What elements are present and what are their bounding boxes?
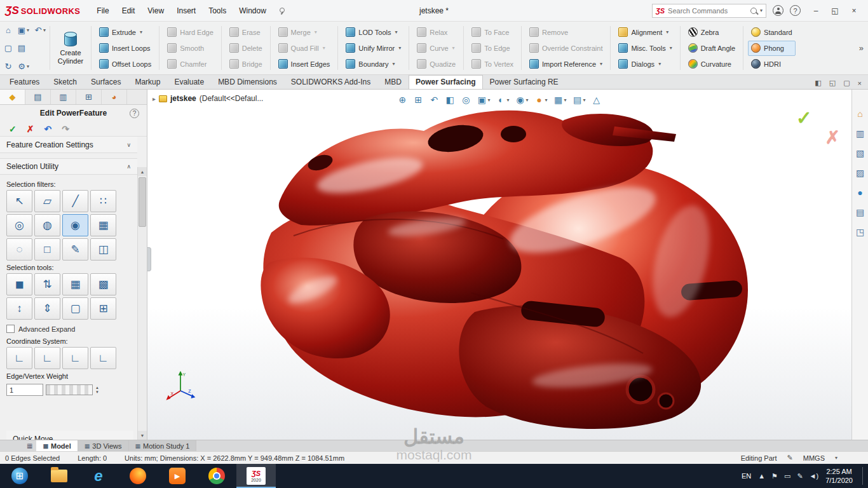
qa-rebuild-button[interactable]: ↻ — [3, 61, 14, 71]
filter-face-button[interactable]: ▱ — [34, 190, 60, 212]
ribbon-boundary-button[interactable]: Boundary▾ — [342, 57, 404, 72]
ribbon-hdri-button[interactable]: HDRI — [748, 57, 796, 72]
step-up-icon[interactable]: ▲ — [95, 386, 99, 390]
design-library-button[interactable]: ▥ — [855, 128, 865, 139]
qa-file-properties-button[interactable]: ▤ — [16, 43, 27, 53]
show-desktop-button[interactable] — [862, 467, 865, 485]
ribbon-erase-button[interactable]: Erase — [226, 25, 266, 40]
ribbon-to-edge-button[interactable]: To Edge — [468, 41, 517, 56]
select-matrix-button[interactable]: ⊞ — [90, 297, 116, 320]
ribbon-zebra-button[interactable]: Zebra — [685, 25, 738, 40]
tab-scroll-icons[interactable]: ▦ — [23, 440, 36, 451]
filter-all-button[interactable]: ▦ — [90, 214, 116, 236]
display-style-button[interactable]: ◐▾ — [494, 93, 511, 106]
restore-window-button[interactable]: ◱ — [829, 79, 836, 87]
help-icon[interactable]: ? — [790, 5, 801, 16]
scene-button[interactable]: ▦▾ — [552, 93, 569, 106]
float-window-button[interactable]: ◧ — [815, 79, 821, 87]
filter-solid-button[interactable]: ◉ — [62, 214, 88, 236]
view-orientation-button[interactable]: ▣▾ — [475, 93, 492, 106]
taskbar-internet-explorer[interactable]: e — [79, 464, 118, 488]
units-dropdown-icon[interactable]: ▾ — [835, 455, 837, 461]
ribbon-lod-tools-button[interactable]: LOD Tools▾ — [342, 25, 404, 40]
ribbon-extrude-button[interactable]: Extrude▾ — [96, 25, 154, 40]
ribbon-hard-edge-button[interactable]: Hard Edge — [164, 25, 217, 40]
ribbon-phong-button[interactable]: Phong — [748, 41, 796, 56]
select-marquee-button[interactable]: ▢ — [62, 297, 88, 320]
confirm-accept-button[interactable]: ✓ — [796, 109, 812, 128]
taskbar-clock[interactable]: 2:25 AM 7/1/2020 — [825, 467, 853, 485]
select-move-button[interactable]: ⇅ — [34, 273, 60, 295]
hide-show-button[interactable]: ◉▾ — [513, 93, 530, 106]
restore-button[interactable]: ◱ — [826, 3, 844, 18]
ribbon-chamfer-button[interactable]: Chamfer — [164, 57, 217, 72]
tab-3d-views[interactable]: ▦3D Views — [78, 440, 129, 451]
search-icon[interactable] — [750, 8, 757, 14]
step-down-icon[interactable]: ▼ — [95, 390, 99, 395]
graphics-area[interactable]: ▸ jetskee (Default<<Defaul... ⊕⊞↶◧◎▣▾◐▾◉… — [147, 90, 851, 440]
annotations-button[interactable]: ◎ — [459, 93, 473, 106]
filter-loop-button[interactable]: ◌ — [6, 238, 32, 261]
section-quick-move[interactable]: Quick Move — [6, 431, 133, 440]
custom-coordinate-button[interactable]: ∟ — [90, 347, 116, 369]
panel-tab-property-manager[interactable]: ▥ — [51, 90, 76, 104]
confirm-cancel-button[interactable]: ✗ — [825, 129, 840, 147]
units-status[interactable]: MMGS — [803, 454, 825, 462]
search-dropdown-icon[interactable]: ▾ — [760, 8, 763, 13]
select-arrow-button[interactable]: ↖ — [6, 190, 32, 212]
qa-save-button[interactable]: ▣▾ — [16, 25, 31, 35]
menu-view[interactable]: View — [141, 3, 170, 18]
filter-expand-button[interactable]: ◫ — [90, 238, 116, 261]
tab-markup[interactable]: Markup — [128, 75, 167, 89]
file-explorer-button[interactable]: ▧ — [855, 148, 865, 158]
panel-help-icon[interactable]: ? — [130, 109, 139, 118]
menu-file[interactable]: File — [90, 3, 115, 18]
taskbar-file-explorer[interactable] — [39, 464, 79, 488]
weight-input[interactable]: 1 — [6, 384, 43, 396]
tab-mbd-dimensions[interactable]: MBD Dimensions — [211, 75, 284, 89]
tab-features[interactable]: Features — [3, 75, 46, 89]
flag-icon[interactable]: ⚑ — [771, 472, 778, 480]
taskbar-start[interactable]: ⊞ — [0, 464, 39, 488]
qa-options-button[interactable]: ⚙▾ — [16, 61, 31, 71]
ribbon-override-constraint-button[interactable]: Override Constraint — [526, 41, 606, 56]
view-palette-button[interactable]: ▨ — [855, 168, 865, 178]
ribbon-delete-button[interactable]: Delete — [226, 41, 266, 56]
task-home-button[interactable]: ⌂ — [855, 109, 865, 119]
ribbon-curve-button[interactable]: Curve▾ — [414, 41, 459, 56]
ribbon-alignment-button[interactable]: Alignment▾ — [615, 25, 675, 40]
section-view-button[interactable]: ◧ — [443, 93, 457, 106]
qa-home-button[interactable]: ⌂ — [3, 25, 14, 35]
menu-tools[interactable]: Tools — [202, 3, 233, 18]
hidden-icons-icon[interactable]: ▲ — [758, 472, 765, 480]
tab-sketch[interactable]: Sketch — [46, 75, 84, 89]
qa-new-document-button[interactable]: ▢ — [3, 43, 14, 53]
menu-insert[interactable]: Insert — [170, 3, 202, 18]
taskbar-firefox[interactable] — [118, 464, 158, 488]
tab-mbd[interactable]: MBD — [377, 75, 409, 89]
ribbon-import-reference-button[interactable]: Import Reference▾ — [526, 57, 606, 72]
ribbon-overflow-icon[interactable]: » — [856, 43, 867, 53]
ribbon-insert-edges-button[interactable]: Insert Edges — [275, 57, 334, 72]
select-grid-button[interactable]: ▦ — [62, 273, 88, 295]
world-coordinate-button[interactable]: ∟ — [6, 347, 32, 369]
ribbon-to-vertex-button[interactable]: To Vertex — [468, 57, 517, 72]
ribbon-insert-loops-button[interactable]: Insert Loops — [96, 41, 154, 56]
ribbon-quad-fill-button[interactable]: Quad Fill▾ — [275, 41, 334, 56]
redo-button[interactable]: ↷ — [62, 124, 69, 134]
filter-surface-button[interactable]: ◍ — [34, 214, 60, 236]
weight-stepper[interactable]: ▲▼ — [95, 386, 99, 394]
filter-region-button[interactable]: □ — [34, 238, 60, 261]
part-coordinate-button[interactable]: ∟ — [34, 347, 60, 369]
ribbon-draft-angle-button[interactable]: Draft Angle — [685, 41, 738, 56]
section-selection-utility[interactable]: Selection Utility ∧ — [0, 158, 137, 175]
tab-surfaces[interactable]: Surfaces — [84, 75, 128, 89]
edit-appearance-button[interactable]: ●▾ — [532, 93, 550, 106]
filter-edge-button[interactable]: ╱ — [62, 190, 88, 212]
pen-icon[interactable]: ✎ — [797, 472, 803, 480]
tab-evaluate[interactable]: Evaluate — [167, 75, 211, 89]
part-name[interactable]: jetskee — [170, 94, 196, 103]
select-pattern-button[interactable]: ▩ — [90, 273, 116, 295]
language-indicator[interactable]: EN — [742, 472, 751, 480]
ribbon-smooth-button[interactable]: Smooth — [164, 41, 217, 56]
